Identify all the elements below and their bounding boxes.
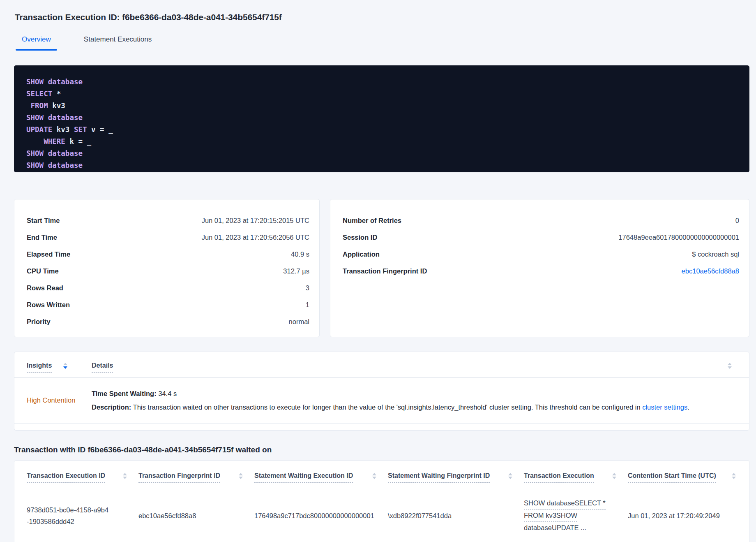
session-stats-card: Number of Retries 0 Session ID 17648a9ee… <box>330 199 749 337</box>
stat-value: Jun 01, 2023 at 17:20:15:2015 UTC <box>202 217 309 225</box>
stat-value: 3 <box>306 284 309 292</box>
page-title: Transaction Execution ID: f6be6366-da03-… <box>15 12 749 22</box>
waited-on-table: Transaction Execution ID Transaction Fin… <box>14 460 749 542</box>
stat-label: Rows Written <box>27 301 70 309</box>
stat-row-session-id: Session ID 17648a9eea6017800000000000000… <box>343 229 739 246</box>
stat-label: Start Time <box>27 217 60 225</box>
insights-table-header: Insights Details <box>14 352 749 373</box>
sort-icon[interactable] <box>63 363 67 369</box>
stat-row-priority: Priority normal <box>27 313 309 330</box>
column-header-transaction-execution[interactable]: Transaction Execution <box>524 472 628 483</box>
stat-row-rows-written: Rows Written 1 <box>27 296 309 313</box>
tab-bar: Overview Statement Executions <box>14 33 749 50</box>
page: Transaction Execution ID: f6be6366-da03-… <box>0 0 756 542</box>
cell-statement-waiting-fingerprint-id: \xdb8922f077541dda <box>388 510 524 521</box>
table-row: 9738d051-bc0e-4158-a9b4-1903586ddd42 ebc… <box>14 488 749 542</box>
stat-row-elapsed-time: Elapsed Time 40.9 s <box>27 246 309 263</box>
insight-description: Description: This transaction waited on … <box>92 402 737 412</box>
column-header-statement-waiting-execution-id[interactable]: Statement Waiting Execution ID <box>254 472 388 483</box>
waited-on-section-title: Transaction with ID f6be6366-da03-48de-a… <box>14 445 749 454</box>
stat-value: 17648a9eea6017800000000000000001 <box>618 234 739 241</box>
stat-label: Application <box>343 250 380 258</box>
overview-stats-card: Start Time Jun 01, 2023 at 17:20:15:2015… <box>14 199 320 337</box>
stat-value: 1 <box>306 301 309 309</box>
time-spent-waiting: Time Spent Waiting: 34.4 s <box>92 388 737 399</box>
cluster-settings-link[interactable]: cluster settings <box>642 403 687 411</box>
sort-icon[interactable] <box>372 473 376 479</box>
stat-label: End Time <box>27 234 57 241</box>
stat-cards: Start Time Jun 01, 2023 at 17:20:15:2015… <box>14 199 749 337</box>
cell-transaction-execution-id: 9738d051-bc0e-4158-a9b4-1903586ddd42 <box>27 504 121 527</box>
stat-row-application: Application $ cockroach sql <box>343 246 739 263</box>
card-bottom-padding <box>14 424 749 430</box>
cell-contention-start-time: Jun 01, 2023 at 17:20:49:2049 <box>628 510 737 521</box>
cell-transaction-fingerprint-id: ebc10ae56cfd88a8 <box>138 510 254 521</box>
stat-value: 0 <box>735 217 739 225</box>
insight-details: Time Spent Waiting: 34.4 s Description: … <box>92 388 737 412</box>
cell-statement-waiting-execution-id: 176498a9c717bdc80000000000000001 <box>254 510 388 521</box>
tab-overview[interactable]: Overview <box>16 33 57 50</box>
cell-transaction-execution[interactable]: SHOW databaseSELECT * FROM kv3SHOW datab… <box>524 497 628 534</box>
stat-value: Jun 01, 2023 at 17:20:56:2056 UTC <box>202 234 309 241</box>
stat-row-number-of-retries: Number of Retries 0 <box>343 212 739 229</box>
tab-statement-executions[interactable]: Statement Executions <box>78 33 158 50</box>
stat-value: 40.9 s <box>291 250 309 258</box>
insight-type-label: High Contention <box>27 396 92 404</box>
sort-icon[interactable] <box>123 473 127 479</box>
stat-label: Elapsed Time <box>27 250 70 258</box>
column-header-statement-waiting-fingerprint-id[interactable]: Statement Waiting Fingerprint ID <box>388 472 524 483</box>
stat-label: Rows Read <box>27 284 63 292</box>
sql-statement-box: SHOW databaseSELECT * FROM kv3SHOW datab… <box>14 65 749 172</box>
insights-table: Insights Details High Contention Time Sp… <box>14 352 749 431</box>
column-header-transaction-execution-id[interactable]: Transaction Execution ID <box>27 472 138 483</box>
stat-label: Number of Retries <box>343 217 401 225</box>
stat-row-rows-read: Rows Read 3 <box>27 280 309 296</box>
sort-icon[interactable] <box>239 473 243 479</box>
stat-value: $ cockroach sql <box>692 250 739 258</box>
column-header-insights[interactable]: Insights <box>27 362 92 373</box>
stat-row-start-time: Start Time Jun 01, 2023 at 17:20:15:2015… <box>27 212 309 229</box>
column-header-transaction-fingerprint-id[interactable]: Transaction Fingerprint ID <box>138 472 254 483</box>
column-header-details[interactable]: Details <box>92 362 737 373</box>
sort-icon[interactable] <box>732 473 736 479</box>
sort-icon[interactable] <box>612 473 616 479</box>
stat-value: 312.7 µs <box>283 267 309 275</box>
stat-label: CPU Time <box>27 267 59 275</box>
stat-row-cpu-time: CPU Time 312.7 µs <box>27 263 309 280</box>
stat-label: Priority <box>27 318 51 326</box>
column-header-contention-start-time[interactable]: Contention Start Time (UTC) <box>628 472 737 483</box>
stat-label: Transaction Fingerprint ID <box>343 267 427 275</box>
sort-icon[interactable] <box>508 473 512 479</box>
stat-row-end-time: End Time Jun 01, 2023 at 17:20:56:2056 U… <box>27 229 309 246</box>
insight-row: High Contention Time Spent Waiting: 34.4… <box>14 378 749 424</box>
transaction-fingerprint-link[interactable]: ebc10ae56cfd88a8 <box>682 267 739 275</box>
stat-row-transaction-fingerprint-id: Transaction Fingerprint ID ebc10ae56cfd8… <box>343 263 739 280</box>
waited-on-table-header: Transaction Execution ID Transaction Fin… <box>14 461 749 483</box>
stat-label: Session ID <box>343 234 377 241</box>
sort-icon[interactable] <box>728 363 732 369</box>
stat-value: normal <box>289 318 309 326</box>
